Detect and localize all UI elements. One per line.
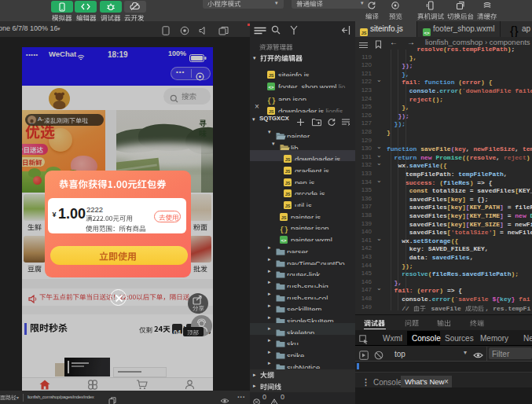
svg-text:JS: JS xyxy=(285,169,291,174)
svg-text:JS: JS xyxy=(269,73,274,78)
svg-text:JS: JS xyxy=(285,204,291,208)
svg-text:JS: JS xyxy=(285,180,291,185)
svg-text:<>: <> xyxy=(281,238,287,243)
svg-text:<>: <> xyxy=(268,85,274,90)
svg-text:JS: JS xyxy=(361,31,367,35)
svg-text:JS: JS xyxy=(285,192,291,196)
svg-text:JS: JS xyxy=(281,215,287,219)
svg-text:JS: JS xyxy=(269,109,274,114)
svg-text:JS: JS xyxy=(285,157,291,162)
svg-text:<>: <> xyxy=(424,31,430,35)
